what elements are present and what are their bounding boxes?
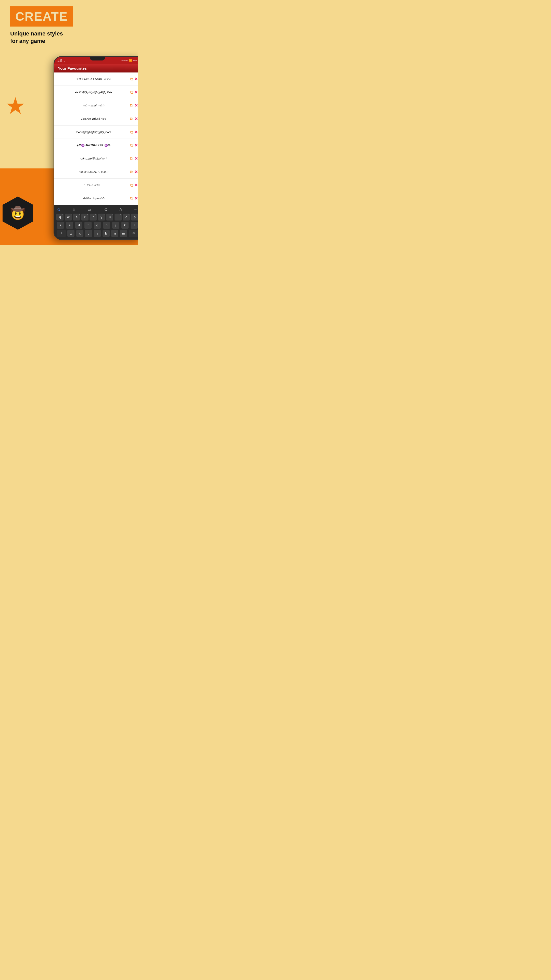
delete-button-2[interactable]: ✕ bbox=[135, 90, 138, 95]
fav-name-4: ℭ⊛SÁM ƁƟƝƐƳ⊛ℭ bbox=[57, 117, 130, 121]
keyboard-top-row: G ☺ GIF ⚙ A ··· bbox=[56, 206, 138, 213]
more-icon[interactable]: ··· bbox=[134, 207, 137, 212]
fav-name-5: □■□(I)(O)(N)(E)(L)(I)(A)□■□ bbox=[57, 130, 130, 134]
copy-button-3[interactable]: ⧉ bbox=[130, 103, 133, 108]
keyboard-row-2: a s d f g h j k l bbox=[56, 222, 138, 229]
fav-item-3: ☆✩☆ sumi ☆✩☆ ⧉ ✕ bbox=[54, 99, 138, 112]
fav-name-2: ◄•♛(M)(A)(N)(I)(M)(A)(L)♛•► bbox=[57, 91, 130, 94]
key-r[interactable]: r4 bbox=[81, 213, 89, 221]
fav-item-10: ✿⊙the dogtor⊙✿ ⧉ ✕ bbox=[54, 192, 138, 205]
fav-actions-3: ⧉ ✕ bbox=[130, 103, 138, 108]
key-e[interactable]: e3 bbox=[73, 213, 80, 221]
fav-actions-1: ⧉ ✕ bbox=[130, 76, 138, 81]
key-z[interactable]: z bbox=[67, 230, 75, 237]
key-n[interactable]: n bbox=[111, 230, 118, 237]
key-o[interactable]: o9 bbox=[123, 213, 130, 221]
fav-item-4: ℭ⊛SÁM ƁƟƝƐƳ⊛ℭ ⧉ ✕ bbox=[54, 112, 138, 126]
fav-item-6: ♣☢♒ JAY WALKER ♒☢ ⧉ ✕ bbox=[54, 139, 138, 152]
shift-key[interactable]: ⇧ bbox=[57, 230, 66, 237]
copy-button-7[interactable]: ⧉ bbox=[130, 156, 133, 161]
delete-button-10[interactable]: ✕ bbox=[135, 196, 138, 201]
delete-button-1[interactable]: ✕ bbox=[135, 76, 138, 81]
fav-actions-6: ⧉ ✕ bbox=[130, 143, 138, 148]
fav-actions-9: ⧉ ✕ bbox=[130, 183, 138, 188]
translate-icon[interactable]: A bbox=[119, 207, 122, 212]
fav-actions-10: ⧉ ✕ bbox=[130, 196, 138, 201]
fav-name-3: ☆✩☆ sumi ☆✩☆ bbox=[57, 104, 130, 107]
key-j[interactable]: j bbox=[112, 222, 119, 229]
copy-button-1[interactable]: ⧉ bbox=[130, 77, 133, 81]
cowboy-hat-icon: 🤠 bbox=[10, 206, 25, 220]
key-v[interactable]: v bbox=[94, 230, 101, 237]
google-icon[interactable]: G bbox=[57, 208, 60, 212]
app-header: Your Favourites bbox=[54, 64, 138, 73]
fav-name-8: ♡o..o♡LILLITH♡o..o♡ bbox=[57, 170, 130, 173]
key-t[interactable]: t5 bbox=[89, 213, 97, 221]
delete-button-3[interactable]: ✕ bbox=[135, 103, 138, 108]
delete-button-6[interactable]: ✕ bbox=[135, 143, 138, 148]
fav-item-2: ◄•♛(M)(A)(N)(I)(M)(A)(L)♛•► ⧉ ✕ bbox=[54, 86, 138, 99]
subtitle-line2: for any game bbox=[10, 38, 45, 44]
delete-button-7[interactable]: ✕ bbox=[135, 156, 138, 161]
settings-icon[interactable]: ⚙ bbox=[104, 207, 108, 212]
status-right: VoWIFI 📶 37% bbox=[121, 59, 137, 62]
key-x[interactable]: x bbox=[76, 230, 83, 237]
delete-button-8[interactable]: ✕ bbox=[135, 169, 138, 174]
key-u[interactable]: u7 bbox=[106, 213, 113, 221]
keyboard-row-3: ⇧ z x c v b n m ⌫ bbox=[56, 230, 138, 237]
fav-name-1: ☆✩☆ RØCK ENRØL ☆✩☆ bbox=[57, 77, 130, 81]
key-q[interactable]: q1 bbox=[56, 213, 64, 221]
fav-actions-4: ⧉ ✕ bbox=[130, 116, 138, 121]
vowifi-label: VoWIFI bbox=[121, 59, 128, 62]
fav-name-9: °☽°TRENT⌒͜⌒ bbox=[57, 183, 130, 187]
delete-button-4[interactable]: ✕ bbox=[135, 116, 138, 121]
subtitle: Unique name styles for any game bbox=[10, 30, 127, 45]
copy-button-5[interactable]: ⧉ bbox=[130, 130, 133, 135]
status-time: 1:25 bbox=[57, 59, 62, 62]
phone-notch bbox=[90, 57, 105, 60]
key-b[interactable]: b bbox=[103, 230, 110, 237]
app-mascot: 🤠 bbox=[3, 197, 33, 230]
key-p[interactable]: p bbox=[131, 213, 138, 221]
fav-item-1: ☆✩☆ RØCK ENRØL ☆✩☆ ⧉ ✕ bbox=[54, 73, 138, 86]
copy-button-2[interactable]: ⧉ bbox=[130, 90, 133, 95]
header-area: CREATE Unique name styles for any game bbox=[10, 6, 127, 45]
fav-actions-2: ⧉ ✕ bbox=[130, 90, 138, 95]
create-banner: CREATE bbox=[10, 6, 73, 27]
copy-button-10[interactable]: ⧉ bbox=[130, 196, 133, 201]
key-m[interactable]: m bbox=[120, 230, 127, 237]
key-s[interactable]: s bbox=[66, 222, 73, 229]
key-y[interactable]: y6 bbox=[98, 213, 105, 221]
copy-button-6[interactable]: ⧉ bbox=[130, 143, 133, 148]
key-f[interactable]: f bbox=[84, 222, 92, 229]
sticker-icon[interactable]: ☺ bbox=[72, 207, 76, 212]
key-g[interactable]: g bbox=[94, 222, 101, 229]
key-k[interactable]: k bbox=[121, 222, 129, 229]
key-c[interactable]: c bbox=[85, 230, 92, 237]
backspace-key[interactable]: ⌫ bbox=[129, 230, 138, 237]
key-a[interactable]: a bbox=[57, 222, 64, 229]
key-d[interactable]: d bbox=[75, 222, 83, 229]
subtitle-line1: Unique name styles bbox=[10, 30, 63, 37]
star-icon: ★ bbox=[5, 94, 26, 118]
copy-button-4[interactable]: ⧉ bbox=[130, 117, 133, 121]
fav-item-8: ♡o..o♡LILLITH♡o..o♡ ⧉ ✕ bbox=[54, 165, 138, 179]
keyboard-area: G ☺ GIF ⚙ A ··· q1 w2 e3 r4 t5 y6 u7 i8 bbox=[54, 205, 138, 239]
signal-icon: 📶 bbox=[129, 59, 132, 62]
key-i[interactable]: i8 bbox=[114, 213, 122, 221]
fav-name-7: ·.★*...crèi6hhtоN☆·.° bbox=[57, 157, 130, 160]
hex-logo: 🤠 bbox=[3, 197, 33, 230]
gif-button[interactable]: GIF bbox=[88, 208, 92, 211]
key-w[interactable]: w2 bbox=[65, 213, 72, 221]
key-l[interactable]: l bbox=[130, 222, 138, 229]
fav-actions-7: ⧉ ✕ bbox=[130, 156, 138, 161]
copy-button-8[interactable]: ⧉ bbox=[130, 170, 133, 174]
delete-button-9[interactable]: ✕ bbox=[135, 183, 138, 188]
dropdown-icon: ⌄ bbox=[63, 59, 65, 62]
fav-actions-8: ⧉ ✕ bbox=[130, 169, 138, 174]
copy-button-9[interactable]: ⧉ bbox=[130, 183, 133, 188]
status-left: 1:25 ⌄ bbox=[57, 59, 65, 62]
create-title: CREATE bbox=[15, 10, 68, 23]
key-h[interactable]: h bbox=[103, 222, 110, 229]
delete-button-5[interactable]: ✕ bbox=[135, 130, 138, 135]
